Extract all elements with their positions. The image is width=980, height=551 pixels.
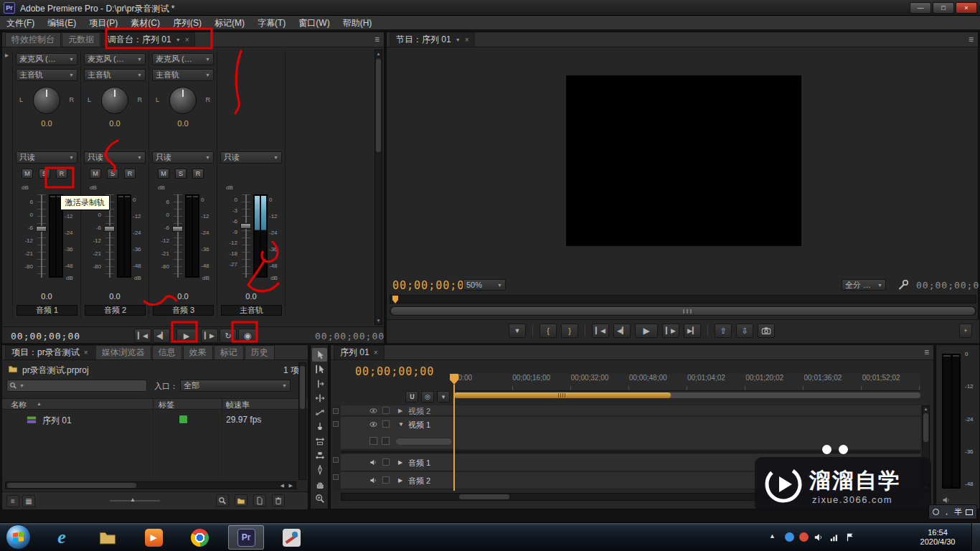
show-desktop-button[interactable] [971, 523, 980, 551]
ime-logo-icon[interactable] [933, 509, 939, 515]
program-mini-ruler[interactable] [390, 295, 976, 303]
slide-tool[interactable] [312, 448, 327, 462]
track-input-select[interactable]: 麦克风 (…▼ [152, 53, 214, 65]
tab-audio-mixer[interactable]: 调音台：序列 01 ▼ × [101, 32, 195, 47]
chevron-down-icon[interactable]: ▼ [176, 37, 181, 42]
clear-trash-button[interactable] [272, 494, 285, 507]
volume-fader[interactable] [37, 194, 46, 278]
pan-knob[interactable] [33, 87, 60, 114]
tray-action-center-icon[interactable] [845, 532, 855, 542]
taskbar-ie-icon[interactable]: e [52, 527, 72, 547]
mixer-expand-icon[interactable]: ▸ [5, 51, 9, 59]
mute-button[interactable]: M [90, 169, 101, 179]
taskbar-explorer-icon[interactable] [98, 527, 118, 547]
toggle-track-output-eye-icon[interactable] [369, 407, 377, 415]
sync-lock-toggle[interactable] [333, 457, 339, 463]
button-editor-plus[interactable]: + [959, 324, 972, 338]
video-audio-divider[interactable] [341, 451, 920, 453]
settings-wrench-icon[interactable] [897, 279, 909, 291]
close-icon[interactable]: × [374, 349, 378, 357]
pan-knob[interactable] [101, 87, 128, 114]
track-input-select[interactable]: 麦克风 (…▼ [16, 53, 77, 65]
toggle-track-output-speaker-icon[interactable] [369, 476, 377, 484]
chevron-down-icon[interactable]: ▼ [456, 37, 461, 42]
menu-title[interactable]: 字幕(T) [251, 16, 292, 30]
hand-tool[interactable] [312, 477, 327, 491]
tab-media-browser[interactable]: 媒体浏览器 [95, 345, 151, 359]
tab-info[interactable]: 信息 [152, 345, 182, 359]
minimize-button[interactable]: — [910, 2, 931, 14]
snap-toggle[interactable] [405, 391, 418, 402]
track-lock-toggle[interactable] [382, 420, 390, 428]
track-header-audio2[interactable]: ▶ 音频 2 [341, 472, 454, 489]
track-lock-toggle[interactable] [382, 476, 390, 484]
set-display-style-button[interactable] [369, 437, 377, 445]
record-button[interactable]: ◉ [238, 329, 257, 343]
chevron-down-icon[interactable]: ▼ [19, 383, 24, 388]
menu-sequence[interactable]: 序列(S) [166, 16, 208, 30]
track-expand-icon[interactable]: ▶ [398, 408, 402, 414]
volume-fader[interactable] [242, 194, 250, 278]
slip-tool[interactable] [312, 434, 327, 448]
label-color-swatch[interactable] [179, 415, 188, 424]
icon-view-button[interactable]: ▦ [22, 495, 35, 507]
razor-tool[interactable] [312, 420, 327, 433]
solo-button[interactable]: S [39, 169, 50, 179]
scroll-down-icon[interactable]: ▼ [375, 319, 382, 323]
rolling-edit-tool[interactable] [312, 391, 327, 405]
play-button[interactable]: ▶ [635, 324, 658, 338]
mute-button[interactable]: M [22, 169, 33, 179]
track-expand-icon[interactable]: ▶ [398, 459, 402, 466]
project-hscrollbar[interactable]: ◀ ▶ [5, 481, 296, 489]
track-content-video1[interactable] [454, 417, 920, 450]
ime-halfwidth-icon[interactable]: 半 [954, 507, 962, 517]
step-forward-button[interactable]: ▎▶ [201, 329, 218, 343]
table-row[interactable]: 序列 01 29.97 fps [2, 413, 308, 427]
add-marker-button[interactable]: ▼ [509, 324, 526, 338]
panel-menu-icon[interactable]: ≡ [969, 34, 974, 44]
scroll-right-icon[interactable]: ▶ [289, 483, 293, 489]
work-area-bar[interactable] [454, 392, 920, 398]
timeline-position-timecode[interactable]: 00;00;00;00 [355, 365, 434, 378]
toggle-track-output-eye-icon[interactable] [369, 420, 377, 428]
tab-effects[interactable]: 效果 [183, 345, 213, 359]
start-button[interactable] [6, 524, 31, 550]
automation-mode-select[interactable]: 只读▼ [152, 151, 214, 164]
taskbar-clock[interactable]: 16:54 2020/4/30 [910, 528, 966, 547]
fader-handle[interactable] [240, 223, 251, 229]
track-content-video2[interactable] [454, 405, 920, 416]
track-select-tool[interactable] [312, 362, 327, 376]
tab-program-monitor[interactable]: 节目：序列 01 ▼ × [390, 32, 475, 47]
track-lock-toggle[interactable] [382, 407, 390, 414]
taskbar-media-player-icon[interactable]: ▶ [143, 527, 164, 547]
tab-effect-controls[interactable]: 特效控制台 [5, 32, 61, 47]
rate-stretch-tool[interactable] [312, 405, 327, 419]
scroll-up-icon[interactable]: ▲ [375, 52, 382, 56]
timeline-ruler[interactable]: 00:00 00;00;16;00 00;00;32;00 00;00;48;0… [454, 374, 920, 391]
filter-select[interactable]: 全部▼ [180, 380, 291, 392]
solo-button[interactable]: S [107, 169, 118, 179]
selection-tool[interactable] [312, 348, 327, 362]
sync-lock-toggle[interactable] [333, 408, 339, 414]
panel-menu-icon[interactable]: ≡ [374, 34, 380, 44]
close-icon[interactable]: × [185, 36, 189, 44]
mixer-scrollbar[interactable]: ▲ ▼ [374, 50, 382, 325]
tab-markers[interactable]: 标记 [214, 345, 244, 359]
track-expand-icon[interactable]: ▶ [398, 477, 402, 484]
mark-out-button[interactable]: } [561, 324, 578, 338]
menu-marker[interactable]: 标记(M) [208, 16, 251, 30]
fader-handle[interactable] [172, 226, 183, 232]
fader-handle[interactable] [36, 226, 47, 232]
track-input-select[interactable]: 麦克风 (…▼ [84, 53, 146, 65]
goto-out-button[interactable]: ▶▎ [684, 324, 701, 338]
panel-menu-icon[interactable]: ≡ [924, 347, 929, 357]
list-view-button[interactable]: ≡ [6, 495, 19, 507]
tray-expand-icon[interactable]: ▲ [769, 532, 776, 540]
solo-button[interactable]: S [175, 169, 187, 179]
track-output-select[interactable]: 主音轨▼ [16, 69, 77, 81]
close-button[interactable]: × [956, 2, 977, 14]
loop-button[interactable]: ↻ [220, 329, 237, 343]
track-header-audio1[interactable]: ▶ 音频 1 [341, 454, 454, 471]
automation-mode-select[interactable]: 只读▼ [220, 151, 282, 164]
track-header-video1[interactable]: ▼ 视频 1 [341, 417, 454, 450]
